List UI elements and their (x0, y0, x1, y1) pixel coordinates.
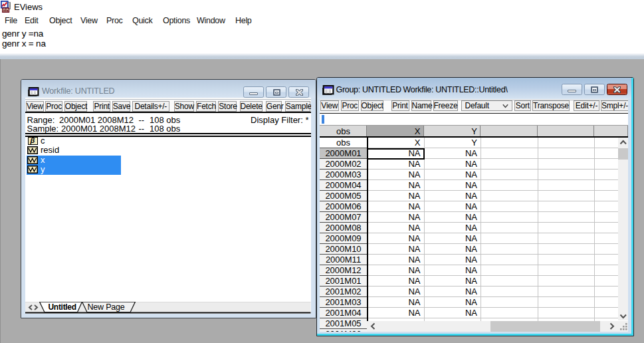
svg-text:New Page: New Page (88, 302, 125, 312)
svg-text:Untitled: Untitled (49, 302, 76, 312)
